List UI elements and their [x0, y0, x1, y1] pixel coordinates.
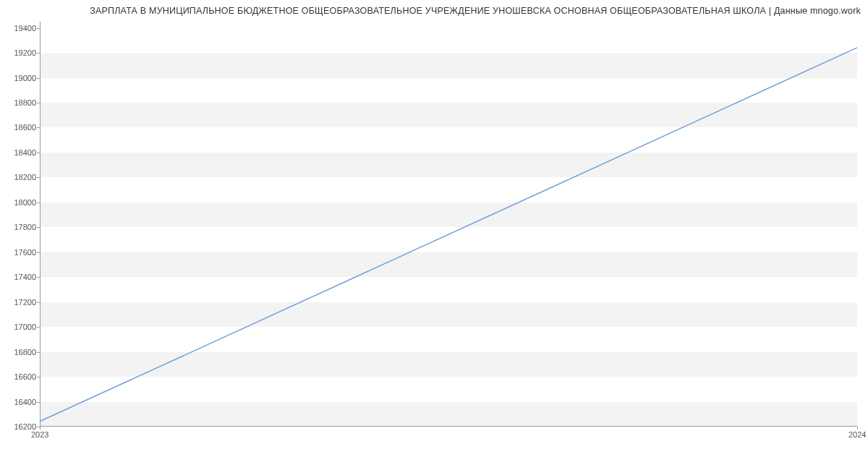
y-tick-label: 16600: [14, 372, 36, 381]
y-tick-mark: [37, 202, 40, 203]
y-tick-mark: [37, 402, 40, 403]
y-tick-mark: [37, 352, 40, 353]
y-tick-label: 18800: [14, 98, 36, 107]
y-tick-label: 17200: [14, 298, 36, 307]
y-tick-label: 18400: [14, 148, 36, 157]
y-tick-mark: [37, 153, 40, 153]
y-tick-mark: [37, 177, 40, 178]
y-tick-mark: [37, 78, 40, 79]
y-tick-label: 17400: [14, 273, 36, 281]
chart-title: ЗАРПЛАТА В МУНИЦИПАЛЬНОЕ БЮДЖЕТНОЕ ОБЩЕО…: [90, 6, 861, 16]
y-tick-label: 17800: [14, 223, 36, 231]
y-tick-mark: [37, 103, 40, 103]
y-tick-label: 19200: [14, 48, 36, 57]
y-tick-mark: [37, 53, 40, 54]
y-tick-label: 17000: [14, 322, 36, 331]
x-tick-mark: [40, 427, 41, 430]
chart-line-series: [40, 22, 857, 427]
y-tick-mark: [37, 28, 40, 29]
y-tick-mark: [37, 127, 40, 128]
series-line: [40, 48, 857, 422]
x-tick-label: 2024: [848, 430, 866, 439]
plot-area: [40, 22, 857, 427]
y-tick-label: 18200: [14, 173, 36, 181]
y-tick-mark: [37, 327, 40, 328]
y-tick-label: 16800: [14, 348, 36, 356]
y-tick-mark: [37, 377, 40, 377]
x-tick-label: 2023: [31, 430, 48, 439]
y-tick-label: 19400: [14, 24, 36, 33]
y-tick-label: 16400: [14, 398, 36, 406]
y-tick-mark: [37, 227, 40, 228]
y-tick-label: 19000: [14, 74, 36, 82]
x-tick-mark: [857, 427, 858, 430]
y-tick-mark: [37, 252, 40, 253]
y-tick-label: 18600: [14, 123, 36, 132]
y-tick-mark: [37, 302, 40, 303]
y-tick-label: 18000: [14, 198, 36, 207]
y-tick-mark: [37, 277, 40, 278]
y-tick-label: 17600: [14, 248, 36, 257]
